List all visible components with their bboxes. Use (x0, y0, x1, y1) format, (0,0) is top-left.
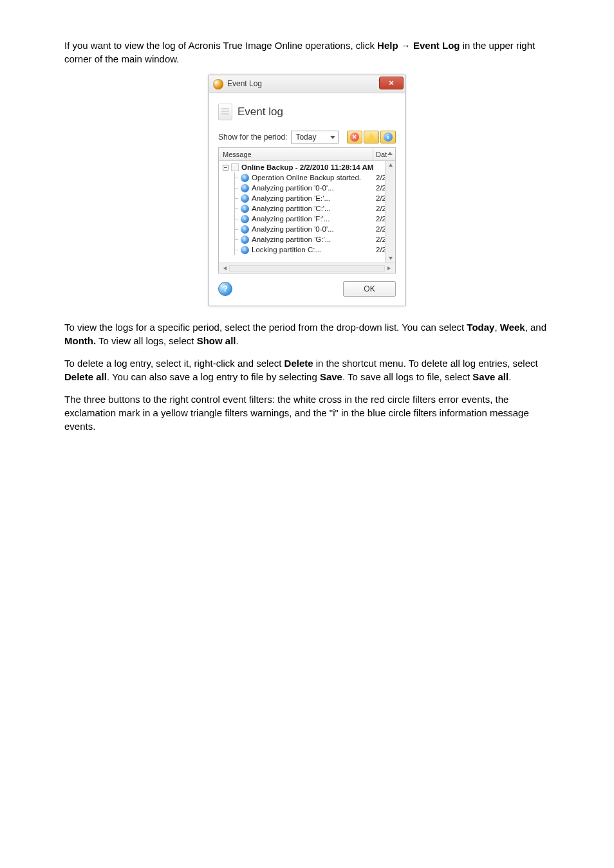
dialog-header: Event log (218, 104, 396, 120)
paragraph-2: To view the logs for a specific period, … (64, 320, 550, 347)
bold: Event Log (413, 40, 460, 51)
bold: Week (500, 322, 525, 333)
titlebar: Event Log Trial p × (209, 75, 405, 93)
period-label: Show for the period: (218, 132, 287, 143)
app-icon (213, 79, 223, 89)
bold: Save (320, 371, 342, 382)
scroll-down-icon (389, 257, 393, 262)
log-document-icon (218, 104, 232, 120)
scrollbar-track[interactable] (229, 265, 385, 272)
item-text: Analyzing partition 'C:'... (252, 203, 373, 214)
arrow: → (398, 40, 413, 51)
text: To delete a log entry, select it, right-… (64, 358, 284, 369)
dialog-body: Event log Show for the period: Today ✕ i… (209, 93, 405, 306)
text: To view the logs for a specific period, … (64, 322, 467, 333)
bold: Month. (64, 335, 96, 346)
tree-line (232, 193, 238, 203)
tree-node[interactable]: Online Backup - 2/2/2010 11:28:14 AM (223, 162, 395, 172)
bold: Help (377, 40, 398, 51)
item-text: Analyzing partition 'E:'... (252, 193, 373, 203)
list-item[interactable]: iAnalyzing partition '0-0'...2/2 (232, 224, 395, 234)
tree-line (232, 203, 238, 214)
column-date-label: Dat (376, 151, 387, 158)
item-text: Analyzing partition 'F:'... (252, 214, 373, 224)
info-icon: i (241, 184, 249, 192)
text: . (508, 371, 511, 382)
info-icon: i (241, 246, 249, 254)
bold: Save all (472, 371, 508, 382)
text: . (236, 335, 238, 346)
tree-line (232, 183, 238, 193)
list-item[interactable]: iAnalyzing partition 'C:'...2/2 (232, 203, 395, 214)
info-icon: i (241, 174, 249, 182)
text: . To save all logs to file, select (342, 371, 472, 382)
list-item[interactable]: iAnalyzing partition 'F:'...2/2 (232, 214, 395, 224)
dialog-footer: ? OK (218, 281, 396, 297)
text: To view all logs, select (96, 335, 196, 346)
info-icon: i (384, 133, 393, 142)
scroll-up-icon (389, 162, 393, 167)
tree-root: Online Backup - 2/2/2010 11:28:14 AM iOp… (219, 161, 395, 255)
tree-line (232, 224, 238, 234)
list-item[interactable]: iAnalyzing partition '0-0'...2/2 (232, 183, 395, 193)
list-item[interactable]: iAnalyzing partition 'G:'...2/2 (232, 234, 395, 245)
horizontal-scrollbar[interactable] (219, 263, 395, 273)
info-icon: i (241, 205, 249, 213)
window-title: Event Log (227, 78, 378, 89)
info-icon: i (241, 215, 249, 223)
help-button[interactable]: ? (218, 282, 232, 296)
period-select[interactable]: Today (291, 131, 339, 143)
warning-icon (367, 133, 376, 141)
root-label: Online Backup - 2/2/2010 11:28:14 AM (241, 162, 373, 172)
scroll-right-button[interactable] (385, 264, 395, 273)
bold: Delete all (64, 371, 107, 382)
filter-info-button[interactable]: i (380, 131, 396, 143)
info-icon: i (241, 225, 249, 234)
vertical-scrollbar[interactable] (385, 161, 395, 263)
paragraph-1: If you want to view the log of Acronis T… (64, 39, 550, 66)
info-icon: i (241, 194, 249, 203)
filter-buttons: ✕ i (347, 131, 396, 143)
item-text: Locking partition C:... (252, 245, 373, 255)
ok-button[interactable]: OK (343, 281, 396, 297)
tree-children: iOperation Online Backup started.2/2iAna… (223, 172, 395, 255)
text: . You can also save a log entry to file … (107, 371, 320, 382)
filter-warning-button[interactable] (364, 131, 379, 143)
scroll-left-button[interactable] (219, 264, 229, 273)
collapse-icon[interactable] (223, 165, 228, 171)
chevron-right-icon (387, 266, 393, 270)
list-header: Message Dat (219, 148, 395, 161)
item-text: Analyzing partition 'G:'... (252, 234, 373, 245)
sort-ascending-icon (387, 152, 393, 155)
tree-line (232, 245, 238, 255)
close-button[interactable]: × (379, 77, 404, 89)
list-item[interactable]: iOperation Online Backup started.2/2 (232, 172, 395, 183)
paragraph-3: To delete a log entry, select it, right-… (64, 356, 550, 383)
event-log-dialog: Event Log Trial p × Event log Show for t… (209, 75, 405, 306)
log-list: Message Dat Online Backup - 2/2/2010 11:… (218, 147, 396, 273)
tree-line (232, 172, 238, 183)
info-icon: i (241, 235, 249, 244)
column-message[interactable]: Message (219, 148, 373, 160)
period-value: Today (295, 132, 316, 143)
item-text: Analyzing partition '0-0'... (252, 224, 373, 234)
filter-error-button[interactable]: ✕ (347, 131, 362, 143)
period-row: Show for the period: Today ✕ i (218, 131, 396, 143)
paragraph-4: The three buttons to the right control e… (64, 392, 550, 433)
bold: Show all (197, 335, 236, 346)
chevron-down-icon (330, 136, 335, 139)
error-icon: ✕ (350, 133, 359, 142)
list-item[interactable]: iLocking partition C:...2/2 (232, 245, 395, 255)
item-text: Operation Online Backup started. (252, 172, 373, 183)
screenshot-container: Event Log Trial p × Event log Show for t… (64, 75, 550, 306)
text: If you want to view the log of Acronis T… (64, 40, 377, 51)
text: , (494, 322, 499, 333)
list-rows: Online Backup - 2/2/2010 11:28:14 AM iOp… (219, 161, 395, 263)
dialog-heading: Event log (237, 104, 283, 120)
item-text: Analyzing partition '0-0'... (252, 183, 373, 193)
bold: Today (467, 322, 494, 333)
tree-line (232, 214, 238, 224)
list-item[interactable]: iAnalyzing partition 'E:'...2/2 (232, 193, 395, 203)
folder-icon (231, 163, 239, 171)
column-date[interactable]: Dat (373, 148, 395, 160)
